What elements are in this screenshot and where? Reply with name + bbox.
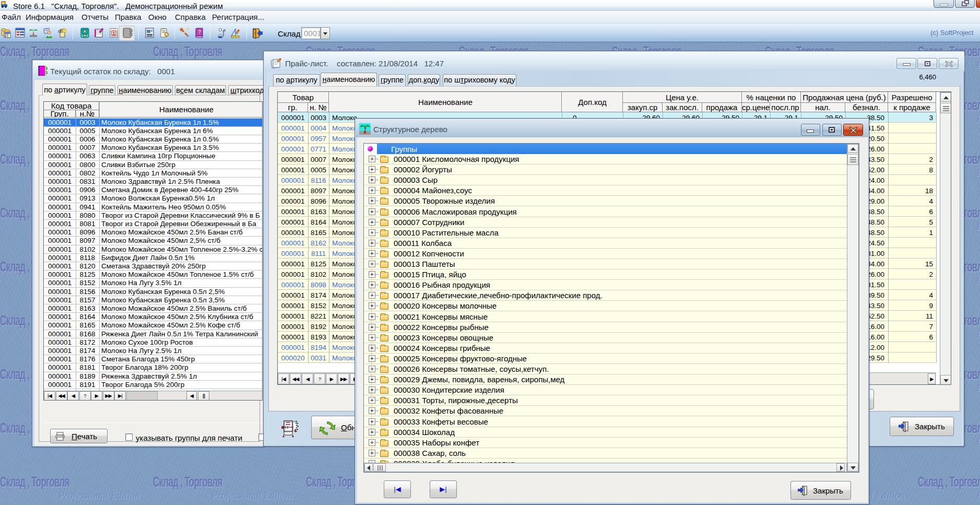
svg-text:1: 1 [112, 31, 115, 36]
svg-text:?: ? [198, 29, 201, 35]
